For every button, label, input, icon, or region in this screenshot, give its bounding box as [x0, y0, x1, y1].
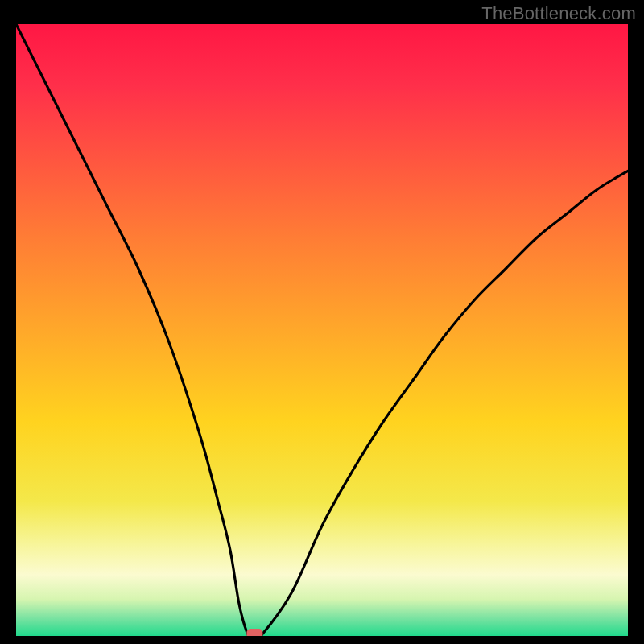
chart-frame: TheBottleneck.com — [0, 0, 644, 644]
plot-background — [16, 24, 628, 636]
watermark-text: TheBottleneck.com — [481, 3, 636, 24]
optimum-marker — [246, 629, 262, 636]
bottleneck-plot — [16, 24, 628, 636]
